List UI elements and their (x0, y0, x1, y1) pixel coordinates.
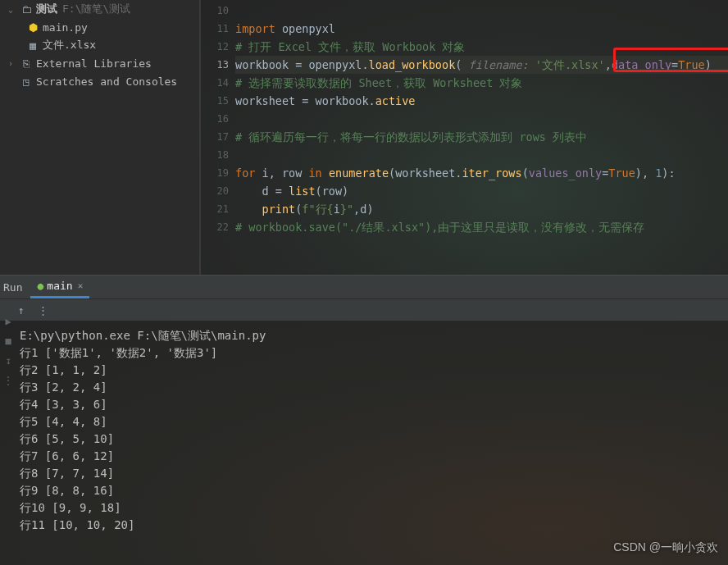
tree-root-folder[interactable]: ⌄ 🗀 测试 F:\随笔\测试 (0, 0, 199, 18)
spreadsheet-file-icon: ▦ (26, 39, 39, 52)
chevron-down-icon[interactable]: ⌄ (8, 5, 18, 14)
run-success-icon: ● (37, 280, 43, 292)
more-actions-icon[interactable]: ⋮ (38, 304, 48, 317)
line-number: 14 (201, 74, 235, 92)
line-number: 16 (201, 110, 235, 128)
code-editor[interactable]: 10111213141516171819202122 import openpy… (200, 0, 728, 275)
scratches-icon: ◳ (20, 75, 33, 88)
code-line[interactable]: worksheet = workbook.active (235, 92, 728, 110)
more-icon[interactable]: ⋮ (3, 375, 13, 386)
console-line: 行11 [10, 10, 20] (20, 517, 728, 534)
code-line[interactable]: # 循环遍历每一行，将每一行的数据以列表形式添加到 rows 列表中 (235, 128, 728, 146)
code-line[interactable]: # 选择需要读取数据的 Sheet，获取 Worksheet 对象 (235, 74, 728, 92)
project-tree: ⌄ 🗀 测试 F:\随笔\测试 ⬢ main.py ▦ 文件.xlsx › ⎘ … (0, 0, 200, 275)
tree-external-libraries[interactable]: › ⎘ External Libraries (0, 54, 199, 72)
chevron-right-icon[interactable]: › (8, 59, 18, 68)
line-number: 18 (201, 146, 235, 164)
line-number: 17 (201, 128, 235, 146)
step-icon[interactable]: ↧ (5, 355, 11, 367)
code-line[interactable]: d = list(row) (235, 182, 728, 200)
console-line: 行4 [3, 3, 6] (20, 396, 728, 413)
console-line: 行9 [8, 8, 16] (20, 482, 728, 499)
line-number: 19 (201, 164, 235, 182)
code-line[interactable] (235, 110, 728, 128)
line-number: 21 (201, 200, 235, 218)
code-line[interactable]: # workbook.save("./结果.xlsx"),由于这里只是读取，没有… (235, 218, 728, 236)
code-line[interactable]: # 打开 Excel 文件，获取 Workbook 对象 (235, 38, 728, 56)
run-tab-main[interactable]: ● main ✕ (30, 276, 89, 298)
external-libraries-label: External Libraries (36, 57, 152, 70)
console-toolbar: ↑ ⋮ (0, 299, 728, 321)
tree-root-label: 测试 (36, 2, 57, 16)
console-line: 行10 [9, 9, 18] (20, 499, 728, 517)
line-number: 13 (201, 56, 235, 74)
code-line[interactable] (235, 2, 728, 20)
python-file-icon: ⬢ (26, 21, 39, 34)
code-line[interactable]: print(f"行{i}",d) (235, 200, 728, 218)
console-line: 行7 [6, 6, 12] (20, 448, 728, 465)
tree-file-xlsx[interactable]: ▦ 文件.xlsx (0, 36, 199, 54)
line-number: 22 (201, 218, 235, 236)
tree-scratches[interactable]: ◳ Scratches and Consoles (0, 72, 199, 90)
run-panel-tabstrip: Run ● main ✕ (0, 275, 728, 299)
scroll-to-top-icon[interactable]: ↑ (18, 304, 25, 317)
watermark-text: CSDN @一晌小贪欢 (613, 540, 718, 555)
console-line: 行5 [4, 4, 8] (20, 413, 728, 431)
close-icon[interactable]: ✕ (78, 280, 84, 291)
console-line: 行2 [1, 1, 2] (20, 362, 728, 379)
line-number: 12 (201, 38, 235, 56)
line-number: 20 (201, 182, 235, 200)
stop-icon[interactable]: ■ (5, 335, 11, 347)
library-icon: ⎘ (20, 57, 33, 70)
line-number: 11 (201, 20, 235, 38)
tree-root-path: F:\随笔\测试 (62, 2, 130, 16)
run-section-label: Run (0, 281, 30, 294)
code-line[interactable] (235, 146, 728, 164)
console-line: E:\py\python.exe F:\随笔\测试\main.py (20, 327, 728, 344)
tree-file-label: 文件.xlsx (43, 38, 96, 52)
code-line[interactable]: for i, row in enumerate(worksheet.iter_r… (235, 164, 728, 182)
run-tab-label: main (47, 280, 72, 292)
code-area[interactable]: import openpyxl# 打开 Excel 文件，获取 Workbook… (235, 0, 728, 275)
line-number-gutter: 10111213141516171819202122 (201, 0, 235, 275)
rerun-icon[interactable]: ▶ (5, 316, 11, 327)
line-number: 10 (201, 2, 235, 20)
left-gutter-toolbar: ▶ ■ ↧ ⋮ (0, 316, 16, 386)
console-line: 行3 [2, 2, 4] (20, 379, 728, 396)
console-line: 行8 [7, 7, 14] (20, 465, 728, 482)
console-line: 行1 ['数据1', '数据2', '数据3'] (20, 344, 728, 362)
console-line: 行6 [5, 5, 10] (20, 431, 728, 448)
folder-icon: 🗀 (20, 3, 33, 16)
code-line[interactable]: workbook = openpyxl.load_workbook( filen… (235, 56, 728, 74)
tree-file-main-py[interactable]: ⬢ main.py (0, 18, 199, 36)
run-console-output[interactable]: E:\py\python.exe F:\随笔\测试\main.py行1 ['数据… (0, 321, 728, 565)
scratches-label: Scratches and Consoles (36, 75, 177, 88)
code-line[interactable]: import openpyxl (235, 20, 728, 38)
tree-file-label: main.py (43, 21, 88, 34)
line-number: 15 (201, 92, 235, 110)
